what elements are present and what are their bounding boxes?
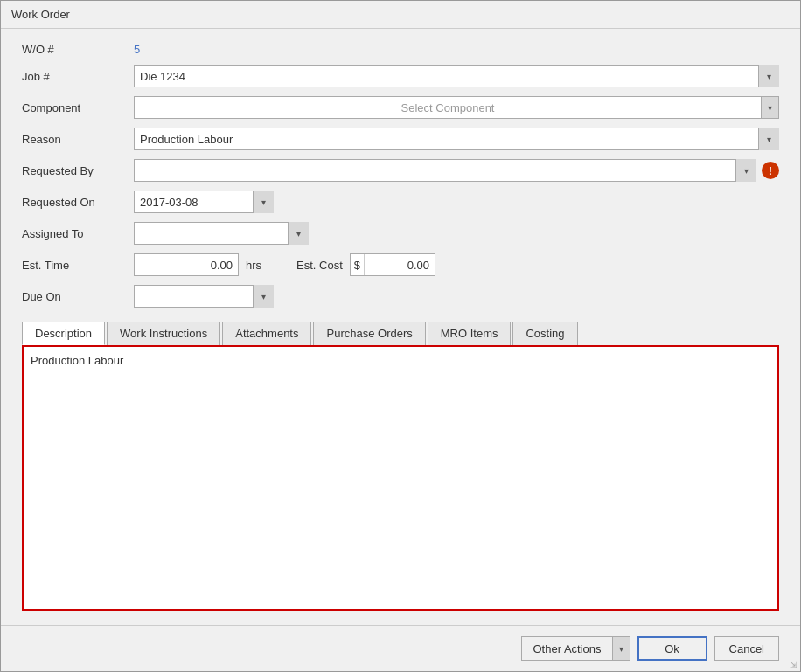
- est-time-unit: hrs: [246, 259, 261, 272]
- reason-label: Reason: [22, 133, 127, 146]
- work-order-dialog: Work Order W/O # 5 Job # Die 1234 ▾ Comp…: [0, 0, 801, 672]
- description-text: Production Labour: [31, 354, 123, 367]
- select-component-button[interactable]: Select Component ▾: [134, 96, 779, 119]
- other-actions-group: Other Actions ▾: [521, 636, 630, 661]
- tab-mro-items[interactable]: MRO Items: [428, 322, 512, 345]
- other-actions-dropdown-arrow-icon[interactable]: ▾: [613, 636, 630, 661]
- dialog-footer: Other Actions ▾ Ok Cancel: [1, 625, 800, 671]
- tab-work-instructions[interactable]: Work Instructions: [107, 322, 220, 345]
- est-cost-input[interactable]: [365, 257, 435, 274]
- component-arrow-icon: ▾: [761, 97, 778, 118]
- due-on-select[interactable]: [134, 285, 274, 308]
- est-time-label: Est. Time: [22, 259, 127, 272]
- job-label: Job #: [22, 70, 127, 83]
- requested-by-label: Requested By: [22, 164, 127, 177]
- tab-attachments[interactable]: Attachments: [222, 322, 311, 345]
- requested-on-select[interactable]: 2017-03-08: [134, 191, 274, 213]
- assigned-to-select[interactable]: [134, 222, 309, 245]
- tab-content-area: Production Labour: [22, 345, 779, 611]
- est-time-input[interactable]: [134, 253, 239, 276]
- requested-by-select[interactable]: [134, 159, 756, 182]
- due-on-label: Due On: [22, 290, 127, 303]
- tab-description[interactable]: Description: [22, 322, 105, 345]
- cancel-button[interactable]: Cancel: [714, 636, 779, 661]
- component-label: Component: [22, 101, 127, 114]
- tabs-section: Description Work Instructions Attachment…: [22, 322, 779, 611]
- tab-purchase-orders[interactable]: Purchase Orders: [313, 322, 425, 345]
- requested-by-alert-icon: !: [762, 162, 779, 179]
- other-actions-button[interactable]: Other Actions: [521, 636, 612, 661]
- dollar-sign: $: [351, 254, 365, 275]
- ok-button[interactable]: Ok: [637, 636, 707, 661]
- dialog-title: Work Order: [1, 1, 800, 29]
- est-cost-label: Est. Cost: [296, 259, 343, 272]
- resize-handle-icon[interactable]: ⇲: [790, 660, 797, 669]
- requested-on-label: Requested On: [22, 196, 127, 209]
- tabs-bar: Description Work Instructions Attachment…: [22, 322, 779, 345]
- component-placeholder: Select Component: [135, 101, 761, 114]
- job-select[interactable]: Die 1234: [134, 65, 779, 87]
- est-cost-field: $: [350, 253, 435, 276]
- wo-label: W/O #: [22, 43, 127, 56]
- wo-value: 5: [134, 43, 140, 56]
- tab-costing[interactable]: Costing: [512, 322, 577, 345]
- reason-select[interactable]: Production Labour: [134, 128, 779, 150]
- assigned-to-label: Assigned To: [22, 227, 127, 240]
